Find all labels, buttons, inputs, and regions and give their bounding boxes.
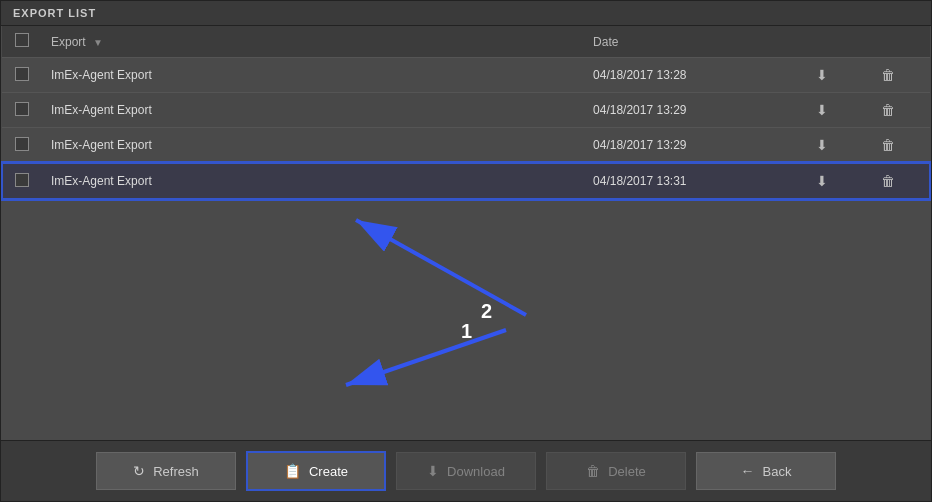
row-export-name: ImEx-Agent Export [41, 58, 583, 93]
back-button[interactable]: ← Back [696, 452, 836, 490]
table-row[interactable]: ImEx-Agent Export 04/18/2017 13:28 ⬇ 🗑 [2, 58, 930, 93]
row-delete-cell: 🗑 [865, 163, 930, 199]
annotation-label-2: 2 [481, 300, 492, 323]
table-row[interactable]: ImEx-Agent Export 04/18/2017 13:29 ⬇ 🗑 [2, 128, 930, 164]
row-delete-button[interactable]: 🗑 [875, 100, 901, 120]
row-export-name: ImEx-Agent Export [41, 128, 583, 164]
row-delete-cell: 🗑 [865, 128, 930, 164]
row-delete-cell: 🗑 [865, 58, 930, 93]
svg-line-2 [356, 220, 526, 315]
row-download-cell: ⬇ [800, 93, 865, 128]
header-checkbox [2, 26, 41, 58]
create-icon: 📋 [284, 463, 301, 479]
back-icon: ← [741, 463, 755, 479]
panel-title: EXPORT LIST [1, 1, 931, 26]
row-checkbox-cell [2, 163, 41, 199]
row-download-cell: ⬇ [800, 58, 865, 93]
export-list-panel: EXPORT LIST Export ▼ Date [0, 0, 932, 502]
header-download [800, 26, 865, 58]
header-export: Export ▼ [41, 26, 583, 58]
download-button[interactable]: ⬇ Download [396, 452, 536, 490]
annotation-label-1: 1 [461, 320, 472, 343]
row-checkbox-cell [2, 93, 41, 128]
row-date: 04/18/2017 13:29 [583, 128, 800, 164]
table-area: Export ▼ Date ImEx-Agent Export 04/18/20… [1, 26, 931, 440]
refresh-button[interactable]: ↻ Refresh [96, 452, 236, 490]
row-download-button[interactable]: ⬇ [810, 65, 834, 85]
row-date: 04/18/2017 13:29 [583, 93, 800, 128]
header-delete [865, 26, 930, 58]
table-row[interactable]: ImEx-Agent Export 04/18/2017 13:29 ⬇ 🗑 [2, 93, 930, 128]
row-download-cell: ⬇ [800, 128, 865, 164]
download-icon: ⬇ [427, 463, 439, 479]
row-export-name: ImEx-Agent Export [41, 93, 583, 128]
refresh-icon: ↻ [133, 463, 145, 479]
row-checkbox-cell [2, 58, 41, 93]
sort-icon: ▼ [93, 37, 103, 48]
row-delete-button[interactable]: 🗑 [875, 65, 901, 85]
row-download-cell: ⬇ [800, 163, 865, 199]
empty-area: 2 1 [1, 200, 931, 400]
row-delete-button[interactable]: 🗑 [875, 171, 901, 191]
footer: ↻ Refresh 📋 Create ⬇ Download 🗑 Delete ←… [1, 440, 931, 501]
row-delete-button[interactable]: 🗑 [875, 135, 901, 155]
arrows-svg [1, 200, 931, 400]
export-table: Export ▼ Date ImEx-Agent Export 04/18/20… [1, 26, 931, 200]
row-checkbox-cell [2, 128, 41, 164]
delete-button[interactable]: 🗑 Delete [546, 452, 686, 490]
delete-icon: 🗑 [586, 463, 600, 479]
row-checkbox[interactable] [15, 137, 29, 151]
row-date: 04/18/2017 13:31 [583, 163, 800, 199]
row-checkbox[interactable] [15, 102, 29, 116]
header-date: Date [583, 26, 800, 58]
svg-line-3 [346, 330, 506, 385]
row-delete-cell: 🗑 [865, 93, 930, 128]
table-row[interactable]: ImEx-Agent Export 04/18/2017 13:31 ⬇ 🗑 [2, 163, 930, 199]
select-all-checkbox[interactable] [15, 33, 29, 47]
row-checkbox[interactable] [15, 173, 29, 187]
row-date: 04/18/2017 13:28 [583, 58, 800, 93]
row-download-button[interactable]: ⬇ [810, 100, 834, 120]
row-download-button[interactable]: ⬇ [810, 135, 834, 155]
row-download-button[interactable]: ⬇ [810, 171, 834, 191]
create-button[interactable]: 📋 Create [246, 451, 386, 491]
row-checkbox[interactable] [15, 67, 29, 81]
row-export-name: ImEx-Agent Export [41, 163, 583, 199]
